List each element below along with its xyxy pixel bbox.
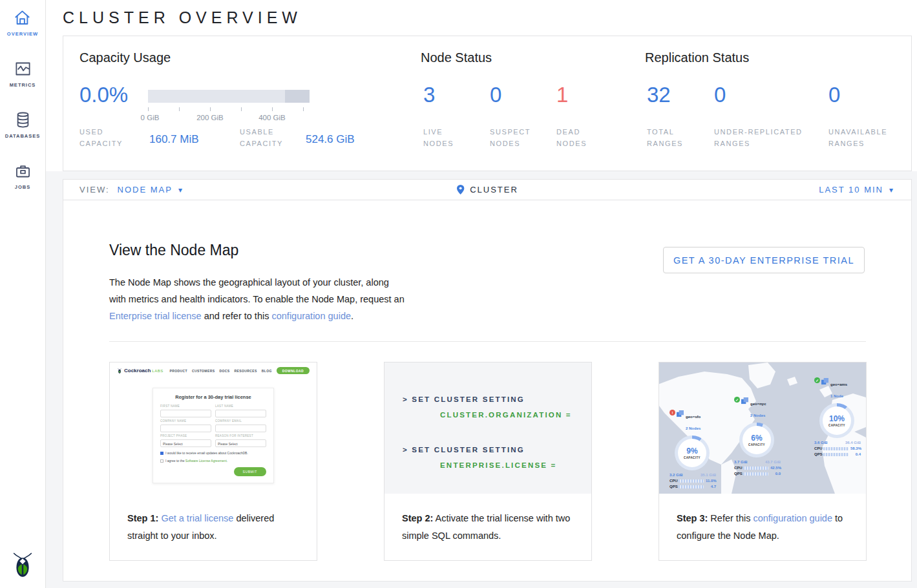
used-capacity-value: 160.7 MiB	[149, 133, 199, 146]
locale-widget-sfo: ! geo=sfo 2 Nodes 9% CAPACITY	[669, 409, 719, 488]
locale-widget-nyc: ✓ geo=nyc 2 Nodes 6% CAPACITY	[734, 396, 783, 476]
divider	[109, 341, 866, 342]
sidebar-item-label: METRICS	[10, 82, 36, 88]
total-ranges-label: TOTALRANGES	[647, 126, 683, 149]
live-nodes-label: LIVENODES	[423, 126, 454, 149]
capacity-gauge	[148, 90, 310, 103]
sql-setting: ENTERPRISE.LICENSE =	[403, 457, 591, 473]
node-status-title: Node Status	[421, 50, 492, 65]
submit-pill: SUBMIT	[234, 467, 267, 476]
under-replicated-ranges-label: UNDER-REPLICATEDRANGES	[714, 126, 803, 149]
alert-badge-icon: !	[669, 410, 675, 415]
dead-nodes-label: DEADNODES	[556, 126, 587, 149]
view-label: VIEW:	[79, 185, 110, 194]
total-ranges-count: 32	[647, 83, 671, 107]
nodes-cube-icon	[677, 410, 684, 417]
cluster-breadcrumb-label: CLUSTER	[470, 185, 518, 194]
healthy-badge-icon: ✓	[814, 377, 820, 383]
step2-caption: Step 2: Activate the trial license with …	[385, 494, 591, 545]
checkbox-unchecked	[160, 459, 163, 463]
configuration-guide-link[interactable]: configuration guide	[271, 311, 351, 321]
cluster-breadcrumb[interactable]: CLUSTER	[456, 184, 518, 195]
cockroachdb-logo	[10, 549, 36, 580]
get-enterprise-trial-button[interactable]: GET A 30-DAY ENTERPRISE TRIAL	[663, 247, 865, 273]
step1-card: Cockroach LABS PRODUCT CUSTOMERS DOCS RE…	[109, 362, 317, 561]
sidebar-item-overview[interactable]: OVERVIEW	[7, 9, 38, 37]
briefcase-icon	[14, 162, 32, 180]
sidebar-item-jobs[interactable]: JOBS	[14, 162, 32, 190]
panel-gap	[46, 171, 917, 179]
step1-screenshot: Cockroach LABS PRODUCT CUSTOMERS DOCS RE…	[110, 362, 317, 494]
chevron-down-icon: ▾	[889, 185, 894, 194]
time-range-selector[interactable]: LAST 10 MIN ▾	[819, 185, 894, 194]
healthy-badge-icon: ✓	[734, 397, 740, 403]
home-icon	[14, 9, 31, 26]
sql-command: > SET CLUSTER SETTING	[403, 442, 591, 457]
under-replicated-ranges-count: 0	[714, 83, 726, 107]
step2-code-block: > SET CLUSTER SETTING CLUSTER.ORGANIZATI…	[385, 362, 591, 494]
suspect-nodes-label: SUSPECTNODES	[490, 126, 531, 149]
steps-row: Cockroach LABS PRODUCT CUSTOMERS DOCS RE…	[109, 362, 867, 561]
usable-capacity-label: USABLECAPACITY	[240, 126, 283, 149]
suspect-nodes-count: 0	[490, 83, 501, 107]
sidebar: OVERVIEW METRICS DATABASES JOBS	[0, 0, 46, 588]
step3-caption: Step 3: Refer this configuration guide t…	[659, 494, 866, 545]
sql-setting: CLUSTER.ORGANIZATION =	[403, 407, 591, 423]
node-map-description: The Node Map shows the geographical layo…	[109, 274, 408, 324]
gauge-tick-label: 400 GiB	[258, 114, 286, 121]
page-margin	[912, 171, 917, 588]
gauge-tick-label: 0 GiB	[141, 114, 160, 121]
trial-registration-form: Register for a 30-day trial license FIRS…	[153, 388, 274, 483]
nodes-cube-icon	[741, 397, 748, 404]
sidebar-item-label: OVERVIEW	[7, 31, 38, 37]
capacity-donut: 10% CAPACITY	[819, 403, 854, 438]
used-capacity-label: USEDCAPACITY	[79, 126, 123, 149]
usable-capacity-value: 524.6 GiB	[306, 133, 355, 146]
configuration-guide-link[interactable]: configuration guide	[753, 513, 832, 523]
chevron-down-icon: ▾	[178, 185, 184, 194]
view-selector[interactable]: VIEW: NODE MAP ▾	[79, 185, 184, 194]
download-pill: DOWNLOAD	[277, 367, 310, 374]
capacity-donut: 6% CAPACITY	[739, 423, 774, 457]
sidebar-item-label: DATABASES	[5, 133, 41, 139]
unavailable-ranges-label: UNAVAILABLERANGES	[828, 126, 887, 149]
step3-node-map-preview: ! geo=sfo 2 Nodes 9% CAPACITY	[659, 362, 866, 494]
page-title: CLUSTER OVERVIEW	[63, 8, 302, 27]
capacity-donut: 9% CAPACITY	[675, 436, 710, 470]
step1-caption: Step 1: Get a trial license delivered st…	[110, 494, 317, 545]
time-range-value: LAST 10 MIN	[819, 185, 883, 194]
dead-nodes-count: 1	[556, 83, 568, 107]
metrics-chart-icon	[14, 60, 32, 78]
summary-panel: Capacity Usage 0.0% 0 GiB 200 GiB 400 Gi…	[63, 36, 912, 171]
sidebar-item-label: JOBS	[15, 184, 30, 190]
node-map-heading: View the Node Map	[109, 242, 238, 259]
cockroach-bug-icon	[117, 368, 122, 374]
cluster-overview-page: OVERVIEW METRICS DATABASES JOBS	[0, 0, 917, 588]
replication-status-title: Replication Status	[645, 50, 749, 65]
sql-command: > SET CLUSTER SETTING	[403, 392, 591, 407]
checkbox-checked	[160, 452, 163, 455]
live-nodes-count: 3	[423, 83, 435, 107]
unavailable-ranges-count: 0	[828, 83, 840, 107]
cockroach-labs-brand: Cockroach LABS	[117, 368, 163, 374]
locale-widget-ams: ✓ geo=ams 1 Node 10% CAPACITY	[814, 377, 863, 456]
capacity-percent: 0.0%	[79, 83, 128, 107]
view-value: NODE MAP	[118, 185, 173, 194]
page-margin	[46, 582, 917, 588]
sidebar-item-metrics[interactable]: METRICS	[10, 60, 36, 88]
nodes-cube-icon	[821, 378, 828, 385]
step3-card: ! geo=sfo 2 Nodes 9% CAPACITY	[659, 362, 867, 561]
view-bar: VIEW: NODE MAP ▾ CLUSTER LAST 10 MIN ▾	[63, 179, 912, 200]
node-map-panel: View the Node Map The Node Map shows the…	[63, 200, 912, 582]
map-pin-icon	[456, 184, 465, 195]
sidebar-item-databases[interactable]: DATABASES	[5, 111, 41, 139]
capacity-usage-title: Capacity Usage	[79, 50, 171, 65]
database-icon	[14, 111, 32, 129]
site-nav: PRODUCT CUSTOMERS DOCS RESOURCES BLOG DO…	[169, 367, 310, 374]
capacity-gauge-dark-segment	[285, 90, 310, 103]
step2-card: > SET CLUSTER SETTING CLUSTER.ORGANIZATI…	[384, 362, 592, 561]
gauge-tick-label: 200 GiB	[196, 114, 224, 121]
get-trial-license-link[interactable]: Get a trial license	[161, 513, 233, 523]
enterprise-trial-license-link[interactable]: Enterprise trial license	[109, 311, 202, 321]
